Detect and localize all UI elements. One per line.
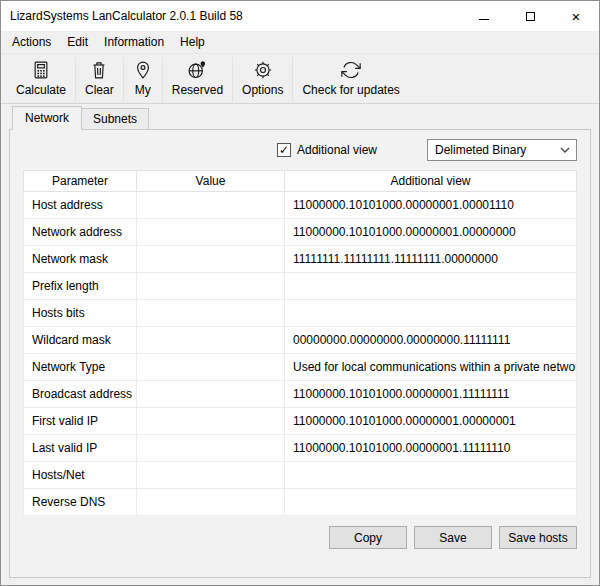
cell-value[interactable] bbox=[137, 192, 285, 219]
cell-parameter[interactable]: Wildcard mask bbox=[24, 327, 137, 354]
table-row[interactable]: Network address11000000.10101000.0000000… bbox=[24, 219, 577, 246]
calculate-button[interactable]: Calculate bbox=[7, 57, 76, 102]
globe-pin-icon bbox=[187, 60, 207, 80]
maximize-icon bbox=[526, 12, 535, 21]
table-row[interactable]: Network mask11111111.11111111.11111111.0… bbox=[24, 246, 577, 273]
cell-additional[interactable] bbox=[285, 489, 577, 516]
view-format-value: Delimeted Binary bbox=[435, 143, 526, 157]
cell-value[interactable] bbox=[137, 327, 285, 354]
cell-value[interactable] bbox=[137, 462, 285, 489]
my-button[interactable]: My bbox=[124, 57, 163, 102]
cell-additional[interactable]: 11000000.10101000.00000001.11111110 bbox=[285, 435, 577, 462]
cell-additional[interactable] bbox=[285, 300, 577, 327]
table-row[interactable]: Hosts/Net bbox=[24, 462, 577, 489]
tab-network-label: Network bbox=[25, 111, 69, 125]
tab-network[interactable]: Network bbox=[12, 106, 82, 130]
cell-value[interactable] bbox=[137, 273, 285, 300]
cell-parameter[interactable]: Network address bbox=[24, 219, 137, 246]
reserved-button[interactable]: Reserved bbox=[163, 57, 233, 102]
cell-additional[interactable]: 00000000.00000000.00000000.11111111 bbox=[285, 327, 577, 354]
maximize-button[interactable] bbox=[507, 1, 553, 31]
cell-value[interactable] bbox=[137, 381, 285, 408]
cell-parameter[interactable]: Last valid IP bbox=[24, 435, 137, 462]
gear-icon bbox=[253, 60, 273, 80]
tab-subnets-label: Subnets bbox=[93, 112, 137, 126]
cell-additional[interactable]: 11000000.10101000.00000001.00001110 bbox=[285, 192, 577, 219]
additional-view-label: Additional view bbox=[297, 143, 377, 157]
cell-additional[interactable]: 11000000.10101000.00000001.00000001 bbox=[285, 408, 577, 435]
table-row[interactable]: Reverse DNS bbox=[24, 489, 577, 516]
my-label: My bbox=[135, 83, 151, 97]
action-buttons-row: Copy Save Save hosts bbox=[23, 526, 577, 549]
view-format-dropdown[interactable]: Delimeted Binary bbox=[427, 139, 577, 161]
tab-subnets[interactable]: Subnets bbox=[81, 108, 149, 130]
table-row[interactable]: Wildcard mask00000000.00000000.00000000.… bbox=[24, 327, 577, 354]
cell-parameter[interactable]: Reverse DNS bbox=[24, 489, 137, 516]
check-updates-label: Check for updates bbox=[302, 83, 399, 97]
cell-value[interactable] bbox=[137, 489, 285, 516]
cell-parameter[interactable]: Prefix length bbox=[24, 273, 137, 300]
refresh-icon bbox=[341, 60, 361, 80]
cell-additional[interactable] bbox=[285, 462, 577, 489]
reserved-label: Reserved bbox=[172, 83, 223, 97]
cell-parameter[interactable]: Broadcast address bbox=[24, 381, 137, 408]
cell-value[interactable] bbox=[137, 435, 285, 462]
minimize-icon bbox=[479, 19, 489, 20]
clear-button[interactable]: Clear bbox=[76, 57, 124, 102]
calculate-label: Calculate bbox=[16, 83, 66, 97]
menu-item-actions[interactable]: Actions bbox=[4, 32, 59, 52]
options-button[interactable]: Options bbox=[233, 57, 293, 102]
table-row[interactable]: Network TypeUsed for local communication… bbox=[24, 354, 577, 381]
cell-value[interactable] bbox=[137, 246, 285, 273]
header-additional-view: Additional view bbox=[285, 171, 577, 192]
additional-view-checkbox[interactable]: ✓ Additional view bbox=[277, 143, 377, 157]
cell-additional[interactable]: Used for local communications within a p… bbox=[285, 354, 577, 381]
view-controls-row: ✓ Additional view Delimeted Binary bbox=[23, 138, 577, 162]
parameters-table-body: Host address11000000.10101000.00000001.0… bbox=[24, 192, 577, 516]
copy-button[interactable]: Copy bbox=[329, 526, 407, 549]
cell-additional[interactable]: 11111111.11111111.11111111.00000000 bbox=[285, 246, 577, 273]
cell-value[interactable] bbox=[137, 408, 285, 435]
cell-parameter[interactable]: Hosts bits bbox=[24, 300, 137, 327]
checkbox-checked-icon: ✓ bbox=[277, 143, 291, 157]
cell-parameter[interactable]: Hosts/Net bbox=[24, 462, 137, 489]
options-label: Options bbox=[242, 83, 283, 97]
cell-additional[interactable] bbox=[285, 273, 577, 300]
header-parameter: Parameter bbox=[24, 171, 137, 192]
window-controls: × bbox=[461, 1, 599, 31]
menu-item-information[interactable]: Information bbox=[96, 32, 172, 52]
menu-bar: Actions Edit Information Help bbox=[1, 31, 599, 53]
close-button[interactable]: × bbox=[553, 1, 599, 31]
table-row[interactable]: First valid IP11000000.10101000.00000001… bbox=[24, 408, 577, 435]
network-tab-panel: ✓ Additional view Delimeted Binary Param… bbox=[9, 129, 591, 578]
cell-parameter[interactable]: Network mask bbox=[24, 246, 137, 273]
save-button[interactable]: Save bbox=[414, 526, 492, 549]
cell-value[interactable] bbox=[137, 354, 285, 381]
title-bar: LizardSystems LanCalculator 2.0.1 Build … bbox=[1, 1, 599, 31]
cell-parameter[interactable]: First valid IP bbox=[24, 408, 137, 435]
clear-label: Clear bbox=[85, 83, 114, 97]
table-row[interactable]: Host address11000000.10101000.00000001.0… bbox=[24, 192, 577, 219]
table-row[interactable]: Broadcast address11000000.10101000.00000… bbox=[24, 381, 577, 408]
cell-additional[interactable]: 11000000.10101000.00000001.11111111 bbox=[285, 381, 577, 408]
cell-value[interactable] bbox=[137, 219, 285, 246]
calculator-icon bbox=[31, 60, 51, 80]
table-row[interactable]: Last valid IP11000000.10101000.00000001.… bbox=[24, 435, 577, 462]
check-updates-button[interactable]: Check for updates bbox=[293, 57, 408, 102]
cell-value[interactable] bbox=[137, 300, 285, 327]
table-row[interactable]: Hosts bits bbox=[24, 300, 577, 327]
app-window: LizardSystems LanCalculator 2.0.1 Build … bbox=[1, 1, 599, 578]
header-value: Value bbox=[137, 171, 285, 192]
menu-item-help[interactable]: Help bbox=[172, 32, 213, 52]
location-pin-icon bbox=[133, 60, 153, 80]
minimize-button[interactable] bbox=[461, 1, 507, 31]
cell-additional[interactable]: 11000000.10101000.00000001.00000000 bbox=[285, 219, 577, 246]
save-hosts-button[interactable]: Save hosts bbox=[499, 526, 577, 549]
checkmark-icon: ✓ bbox=[279, 144, 289, 156]
cell-parameter[interactable]: Host address bbox=[24, 192, 137, 219]
cell-parameter[interactable]: Network Type bbox=[24, 354, 137, 381]
table-row[interactable]: Prefix length bbox=[24, 273, 577, 300]
menu-item-edit[interactable]: Edit bbox=[59, 32, 96, 52]
close-icon: × bbox=[572, 8, 581, 25]
trash-icon bbox=[89, 60, 109, 80]
